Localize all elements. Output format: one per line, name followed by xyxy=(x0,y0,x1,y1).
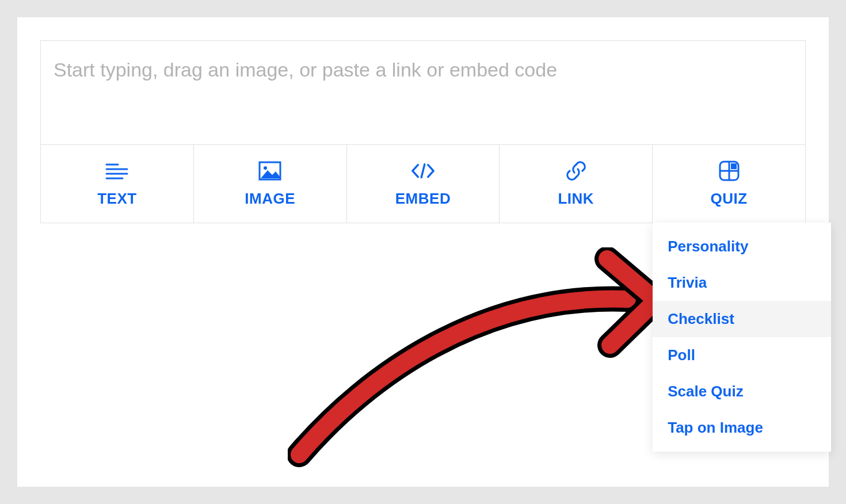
tab-image[interactable]: IMAGE xyxy=(194,145,347,223)
annotation-arrow xyxy=(288,247,679,489)
editor-panel: TEXT IMAGE xyxy=(17,17,829,487)
quiz-dropdown: PersonalityTriviaChecklistPollScale Quiz… xyxy=(653,223,831,452)
tab-link[interactable]: LINK xyxy=(500,145,653,223)
image-icon xyxy=(257,160,283,182)
quiz-icon xyxy=(717,160,742,182)
quiz-option-personality[interactable]: Personality xyxy=(653,228,831,265)
tab-image-label: IMAGE xyxy=(245,190,295,208)
tab-text[interactable]: TEXT xyxy=(41,145,194,223)
embed-icon xyxy=(410,160,436,182)
tab-text-label: TEXT xyxy=(97,190,136,208)
editor-block: TEXT IMAGE xyxy=(40,40,806,223)
quiz-option-tap-on-image[interactable]: Tap on Image xyxy=(653,410,831,446)
quiz-option-checklist[interactable]: Checklist xyxy=(653,301,831,337)
quiz-option-poll[interactable]: Poll xyxy=(653,337,831,373)
svg-rect-10 xyxy=(731,163,737,169)
tab-link-label: LINK xyxy=(558,190,594,208)
tab-embed[interactable]: EMBED xyxy=(347,145,500,223)
svg-line-6 xyxy=(421,165,425,178)
content-type-tabs: TEXT IMAGE xyxy=(41,144,805,223)
content-input[interactable] xyxy=(41,41,805,142)
text-icon xyxy=(104,160,129,182)
quiz-option-scale-quiz[interactable]: Scale Quiz xyxy=(653,373,831,410)
svg-point-5 xyxy=(264,166,267,170)
tab-quiz-label: QUIZ xyxy=(711,190,748,208)
link-icon xyxy=(563,160,589,182)
tab-quiz[interactable]: QUIZ PersonalityTriviaChecklistPollScale… xyxy=(653,145,805,223)
quiz-option-trivia[interactable]: Trivia xyxy=(653,265,831,301)
tab-embed-label: EMBED xyxy=(395,190,451,208)
